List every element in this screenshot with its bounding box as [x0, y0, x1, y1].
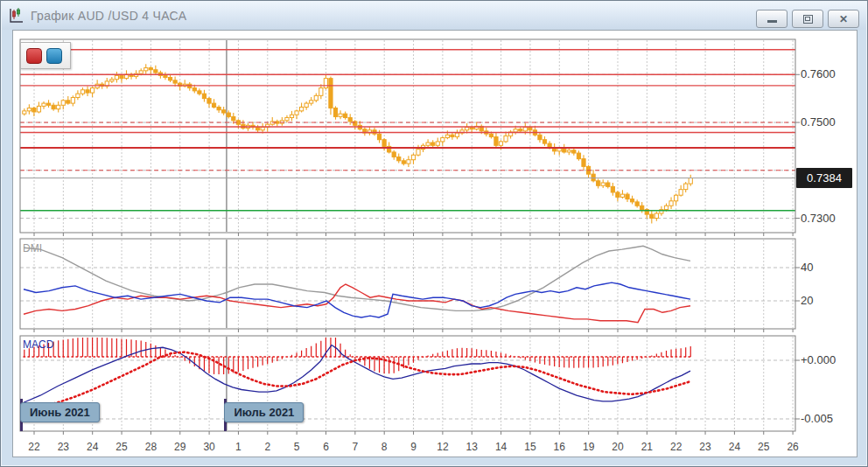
x-axis-label: 20	[606, 441, 630, 453]
dmi-panel-label: DMI	[23, 242, 42, 254]
chart-window: График AUD /USD 4 ЧАСА ✕ DMI MACD Июнь 2…	[0, 0, 868, 467]
y-axis-label: +0.000	[801, 353, 836, 366]
y-axis-label: 0.7600	[801, 67, 836, 80]
x-axis-label: 22	[664, 441, 689, 453]
x-axis-label: 29	[168, 441, 192, 453]
window-controls: ✕	[756, 10, 859, 28]
x-axis-label: 7	[343, 441, 368, 453]
current-price-label: 0.7384	[796, 168, 852, 188]
x-axis-label: 1	[226, 441, 250, 453]
x-axis-label: 25	[109, 441, 134, 453]
y-axis-label: 40	[801, 261, 813, 274]
y-axis-label: -0.005	[801, 412, 833, 425]
x-axis-label: 5	[284, 441, 309, 453]
minimize-icon	[767, 20, 777, 23]
restore-icon	[803, 15, 813, 24]
x-axis-label: 22	[22, 441, 46, 453]
restore-button[interactable]	[792, 10, 823, 28]
y-axis-label: 20	[801, 294, 813, 307]
chart-mini-toolbar	[20, 42, 71, 69]
close-button[interactable]: ✕	[828, 10, 859, 28]
x-axis-label: 24	[80, 441, 105, 453]
blue-tool-button[interactable]	[46, 48, 62, 64]
window-title: График AUD /USD 4 ЧАСА	[31, 9, 186, 23]
x-axis-label: 21	[634, 441, 659, 453]
minimize-button[interactable]	[756, 10, 788, 28]
x-axis-label: 23	[693, 441, 718, 453]
x-axis-label: 24	[722, 441, 746, 453]
x-axis-label: 19	[577, 441, 601, 453]
x-axis-label: 14	[489, 441, 514, 453]
x-axis-label: 9	[402, 441, 426, 453]
x-axis-label: 8	[372, 441, 396, 453]
x-axis-label: 25	[752, 441, 776, 453]
candlestick-chart-icon	[8, 7, 25, 24]
red-tool-button[interactable]	[26, 48, 42, 64]
y-axis-label: 0.7500	[801, 115, 836, 129]
month-label-july: Июль 2021	[224, 402, 304, 422]
chart-client-area	[12, 30, 858, 457]
x-axis-label: 13	[459, 441, 484, 453]
x-axis-label: 12	[430, 441, 455, 453]
x-axis-label: 6	[314, 441, 339, 453]
month-label-june: Июнь 2021	[20, 402, 100, 422]
x-axis-label: 2	[256, 441, 280, 453]
y-axis-label: 0.7300	[801, 212, 836, 225]
x-axis-label: 16	[547, 441, 571, 453]
x-axis-label: 23	[51, 441, 75, 453]
x-axis-label: 15	[518, 441, 542, 453]
x-axis-label: 26	[780, 441, 805, 453]
close-icon: ✕	[839, 14, 848, 24]
x-axis-label: 28	[138, 441, 163, 453]
x-axis-label: 30	[197, 441, 221, 453]
macd-panel-label: MACD	[23, 338, 53, 351]
window-titlebar: График AUD /USD 4 ЧАСА ✕	[2, 2, 866, 30]
